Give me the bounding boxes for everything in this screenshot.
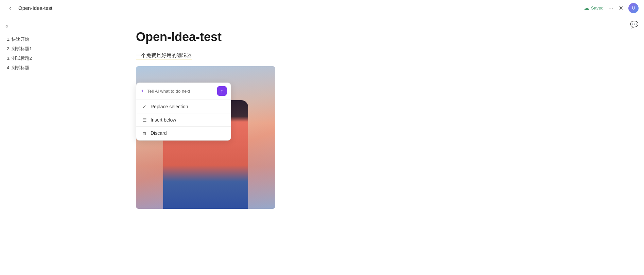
topbar-title: Open-Idea-test [18, 5, 52, 11]
highlighted-text-block: 一个免费且好用的编辑器 [136, 52, 603, 61]
sidebar-item-1[interactable]: 1. 快速开始 [0, 35, 95, 44]
discard-label: Discard [151, 130, 167, 136]
replace-selection-label: Replace selection [151, 104, 188, 109]
collapse-icon[interactable]: « [5, 23, 8, 29]
trash-icon: 🗑 [142, 130, 147, 136]
saved-status: ☁ Saved [584, 5, 604, 11]
ai-text-input[interactable] [147, 89, 214, 94]
main-layout: « 1. 快速开始 2. 测试标题1 3. 测试标题2 4. 测试标题 Open… [0, 16, 644, 275]
ai-input-row: ✦ ↑ [136, 83, 231, 99]
insert-below-label: Insert below [151, 117, 176, 123]
highlighted-text: 一个免费且好用的编辑器 [136, 52, 192, 59]
more-button[interactable]: ··· [608, 4, 613, 12]
topbar: ‹ Open-Idea-test ☁ Saved ··· ☀ U [0, 0, 644, 16]
insert-below-option[interactable]: ☰ Insert below [136, 114, 231, 126]
ai-options: ✓ Replace selection ☰ Insert below 🗑 Dis… [136, 99, 231, 140]
sparkle-icon: ✦ [140, 88, 144, 94]
sidebar-item-2[interactable]: 2. 测试标题1 [0, 44, 95, 54]
doc-title: Open-Idea-test [136, 30, 603, 44]
sidebar-nav: 1. 快速开始 2. 测试标题1 3. 测试标题2 4. 测试标题 [0, 35, 95, 73]
content-area: Open-Idea-test 一个免费且好用的编辑器 ✦ ↑ ✓ Replace… [95, 16, 644, 275]
saved-label: Saved [591, 5, 604, 11]
sidebar-item-3[interactable]: 3. 测试标题2 [0, 54, 95, 63]
replace-selection-option[interactable]: ✓ Replace selection [136, 101, 231, 112]
sidebar: « 1. 快速开始 2. 测试标题1 3. 测试标题2 4. 测试标题 [0, 16, 95, 275]
ai-submit-button[interactable]: ↑ [217, 86, 227, 96]
avatar[interactable]: U [628, 3, 639, 13]
check-icon: ✓ [142, 104, 147, 109]
sidebar-item-4[interactable]: 4. 测试标题 [0, 63, 95, 73]
topbar-left: ‹ Open-Idea-test [5, 3, 52, 13]
insert-icon: ☰ [142, 117, 147, 123]
theme-toggle-button[interactable]: ☀ [618, 4, 624, 12]
back-button[interactable]: ‹ [5, 3, 15, 13]
right-panel-button[interactable]: 💬 [630, 20, 639, 29]
topbar-right: ☁ Saved ··· ☀ U [584, 3, 639, 13]
cloud-icon: ☁ [584, 5, 589, 11]
options-divider [136, 113, 231, 113]
ai-popup: ✦ ↑ ✓ Replace selection ☰ Insert below 🗑… [136, 82, 231, 141]
sidebar-collapse-btn[interactable]: « [0, 20, 95, 32]
discard-option[interactable]: 🗑 Discard [136, 127, 231, 139]
options-divider-2 [136, 126, 231, 127]
